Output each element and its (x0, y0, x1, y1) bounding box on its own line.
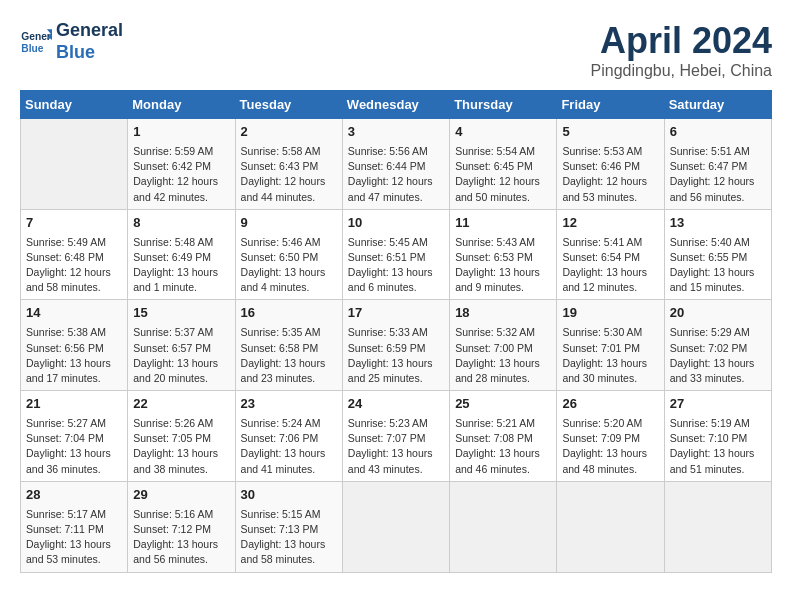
day-content: Sunrise: 5:32 AM Sunset: 7:00 PM Dayligh… (455, 325, 551, 386)
calendar-cell: 22Sunrise: 5:26 AM Sunset: 7:05 PM Dayli… (128, 391, 235, 482)
calendar-cell: 20Sunrise: 5:29 AM Sunset: 7:02 PM Dayli… (664, 300, 771, 391)
day-content: Sunrise: 5:51 AM Sunset: 6:47 PM Dayligh… (670, 144, 766, 205)
day-content: Sunrise: 5:43 AM Sunset: 6:53 PM Dayligh… (455, 235, 551, 296)
day-number: 30 (241, 486, 337, 505)
day-number: 28 (26, 486, 122, 505)
day-number: 26 (562, 395, 658, 414)
day-content: Sunrise: 5:33 AM Sunset: 6:59 PM Dayligh… (348, 325, 444, 386)
calendar-cell: 6Sunrise: 5:51 AM Sunset: 6:47 PM Daylig… (664, 119, 771, 210)
weekday-header-wednesday: Wednesday (342, 91, 449, 119)
calendar-cell: 30Sunrise: 5:15 AM Sunset: 7:13 PM Dayli… (235, 481, 342, 572)
calendar-cell: 2Sunrise: 5:58 AM Sunset: 6:43 PM Daylig… (235, 119, 342, 210)
calendar-table: SundayMondayTuesdayWednesdayThursdayFrid… (20, 90, 772, 573)
day-number: 1 (133, 123, 229, 142)
day-number: 19 (562, 304, 658, 323)
day-content: Sunrise: 5:48 AM Sunset: 6:49 PM Dayligh… (133, 235, 229, 296)
calendar-cell (557, 481, 664, 572)
calendar-cell: 7Sunrise: 5:49 AM Sunset: 6:48 PM Daylig… (21, 209, 128, 300)
day-number: 24 (348, 395, 444, 414)
page-header: General Blue General Blue April 2024 Pin… (20, 20, 772, 80)
day-number: 13 (670, 214, 766, 233)
calendar-cell: 14Sunrise: 5:38 AM Sunset: 6:56 PM Dayli… (21, 300, 128, 391)
day-number: 4 (455, 123, 551, 142)
day-number: 12 (562, 214, 658, 233)
calendar-cell: 16Sunrise: 5:35 AM Sunset: 6:58 PM Dayli… (235, 300, 342, 391)
weekday-header-saturday: Saturday (664, 91, 771, 119)
svg-text:General: General (21, 31, 52, 42)
calendar-week-row: 28Sunrise: 5:17 AM Sunset: 7:11 PM Dayli… (21, 481, 772, 572)
day-content: Sunrise: 5:29 AM Sunset: 7:02 PM Dayligh… (670, 325, 766, 386)
calendar-cell: 17Sunrise: 5:33 AM Sunset: 6:59 PM Dayli… (342, 300, 449, 391)
calendar-cell: 4Sunrise: 5:54 AM Sunset: 6:45 PM Daylig… (450, 119, 557, 210)
day-number: 17 (348, 304, 444, 323)
calendar-cell: 5Sunrise: 5:53 AM Sunset: 6:46 PM Daylig… (557, 119, 664, 210)
calendar-cell (21, 119, 128, 210)
day-content: Sunrise: 5:45 AM Sunset: 6:51 PM Dayligh… (348, 235, 444, 296)
calendar-cell: 21Sunrise: 5:27 AM Sunset: 7:04 PM Dayli… (21, 391, 128, 482)
day-number: 16 (241, 304, 337, 323)
weekday-header-thursday: Thursday (450, 91, 557, 119)
day-content: Sunrise: 5:49 AM Sunset: 6:48 PM Dayligh… (26, 235, 122, 296)
weekday-header-tuesday: Tuesday (235, 91, 342, 119)
day-content: Sunrise: 5:21 AM Sunset: 7:08 PM Dayligh… (455, 416, 551, 477)
day-number: 14 (26, 304, 122, 323)
calendar-cell: 10Sunrise: 5:45 AM Sunset: 6:51 PM Dayli… (342, 209, 449, 300)
day-number: 23 (241, 395, 337, 414)
day-number: 11 (455, 214, 551, 233)
day-number: 27 (670, 395, 766, 414)
calendar-cell: 29Sunrise: 5:16 AM Sunset: 7:12 PM Dayli… (128, 481, 235, 572)
calendar-cell: 26Sunrise: 5:20 AM Sunset: 7:09 PM Dayli… (557, 391, 664, 482)
day-content: Sunrise: 5:46 AM Sunset: 6:50 PM Dayligh… (241, 235, 337, 296)
calendar-week-row: 7Sunrise: 5:49 AM Sunset: 6:48 PM Daylig… (21, 209, 772, 300)
day-content: Sunrise: 5:40 AM Sunset: 6:55 PM Dayligh… (670, 235, 766, 296)
calendar-cell: 9Sunrise: 5:46 AM Sunset: 6:50 PM Daylig… (235, 209, 342, 300)
calendar-cell: 28Sunrise: 5:17 AM Sunset: 7:11 PM Dayli… (21, 481, 128, 572)
calendar-cell: 18Sunrise: 5:32 AM Sunset: 7:00 PM Dayli… (450, 300, 557, 391)
day-content: Sunrise: 5:15 AM Sunset: 7:13 PM Dayligh… (241, 507, 337, 568)
weekday-header-friday: Friday (557, 91, 664, 119)
calendar-cell: 27Sunrise: 5:19 AM Sunset: 7:10 PM Dayli… (664, 391, 771, 482)
day-number: 15 (133, 304, 229, 323)
day-number: 6 (670, 123, 766, 142)
day-content: Sunrise: 5:20 AM Sunset: 7:09 PM Dayligh… (562, 416, 658, 477)
day-content: Sunrise: 5:16 AM Sunset: 7:12 PM Dayligh… (133, 507, 229, 568)
day-number: 22 (133, 395, 229, 414)
calendar-cell (450, 481, 557, 572)
day-number: 21 (26, 395, 122, 414)
day-content: Sunrise: 5:35 AM Sunset: 6:58 PM Dayligh… (241, 325, 337, 386)
title-block: April 2024 Pingdingbu, Hebei, China (591, 20, 772, 80)
day-content: Sunrise: 5:23 AM Sunset: 7:07 PM Dayligh… (348, 416, 444, 477)
day-number: 2 (241, 123, 337, 142)
calendar-cell: 1Sunrise: 5:59 AM Sunset: 6:42 PM Daylig… (128, 119, 235, 210)
calendar-cell: 12Sunrise: 5:41 AM Sunset: 6:54 PM Dayli… (557, 209, 664, 300)
calendar-cell: 13Sunrise: 5:40 AM Sunset: 6:55 PM Dayli… (664, 209, 771, 300)
weekday-header-row: SundayMondayTuesdayWednesdayThursdayFrid… (21, 91, 772, 119)
day-content: Sunrise: 5:41 AM Sunset: 6:54 PM Dayligh… (562, 235, 658, 296)
calendar-cell: 25Sunrise: 5:21 AM Sunset: 7:08 PM Dayli… (450, 391, 557, 482)
day-content: Sunrise: 5:59 AM Sunset: 6:42 PM Dayligh… (133, 144, 229, 205)
calendar-cell: 23Sunrise: 5:24 AM Sunset: 7:06 PM Dayli… (235, 391, 342, 482)
day-number: 25 (455, 395, 551, 414)
day-content: Sunrise: 5:56 AM Sunset: 6:44 PM Dayligh… (348, 144, 444, 205)
logo-icon: General Blue (20, 26, 52, 58)
calendar-subtitle: Pingdingbu, Hebei, China (591, 62, 772, 80)
weekday-header-monday: Monday (128, 91, 235, 119)
day-content: Sunrise: 5:27 AM Sunset: 7:04 PM Dayligh… (26, 416, 122, 477)
day-number: 8 (133, 214, 229, 233)
calendar-cell: 15Sunrise: 5:37 AM Sunset: 6:57 PM Dayli… (128, 300, 235, 391)
calendar-cell (342, 481, 449, 572)
day-number: 7 (26, 214, 122, 233)
day-number: 10 (348, 214, 444, 233)
day-number: 9 (241, 214, 337, 233)
calendar-week-row: 1Sunrise: 5:59 AM Sunset: 6:42 PM Daylig… (21, 119, 772, 210)
day-number: 3 (348, 123, 444, 142)
weekday-header-sunday: Sunday (21, 91, 128, 119)
calendar-cell: 8Sunrise: 5:48 AM Sunset: 6:49 PM Daylig… (128, 209, 235, 300)
calendar-cell (664, 481, 771, 572)
logo-text-line2: Blue (56, 42, 123, 64)
day-content: Sunrise: 5:19 AM Sunset: 7:10 PM Dayligh… (670, 416, 766, 477)
day-content: Sunrise: 5:54 AM Sunset: 6:45 PM Dayligh… (455, 144, 551, 205)
day-content: Sunrise: 5:58 AM Sunset: 6:43 PM Dayligh… (241, 144, 337, 205)
day-number: 5 (562, 123, 658, 142)
day-number: 29 (133, 486, 229, 505)
